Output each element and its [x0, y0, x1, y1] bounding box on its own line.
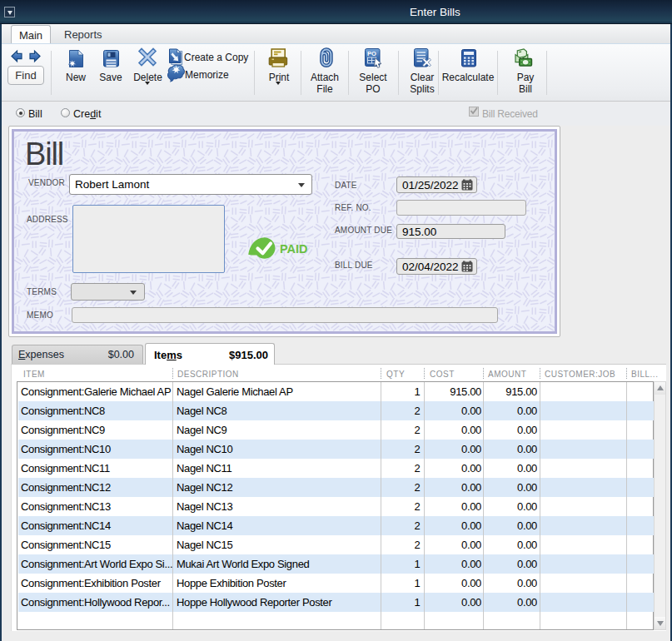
svg-text:PO: PO — [367, 50, 376, 57]
